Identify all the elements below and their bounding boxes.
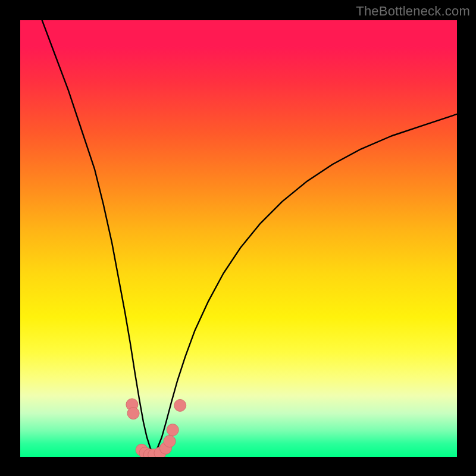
plot-area <box>20 20 457 457</box>
watermark-text: TheBottleneck.com <box>356 4 470 19</box>
curve-marker <box>127 408 139 419</box>
chart-frame: TheBottleneck.com <box>0 0 476 476</box>
curve-marker <box>174 399 186 411</box>
curve-marker <box>167 424 178 436</box>
curve-layer <box>20 20 457 457</box>
curve-marker <box>164 436 176 447</box>
curve-markers <box>126 399 186 457</box>
bottleneck-curve <box>42 20 457 453</box>
